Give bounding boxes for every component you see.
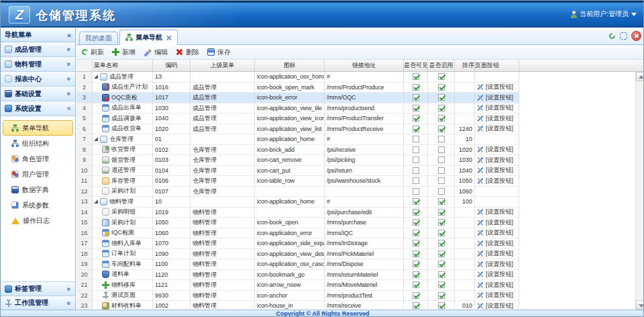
column-header-是否可见[interactable]: 是否可见 [404,60,428,71]
page-button-link[interactable]: [设置按钮] [486,176,513,186]
page-button-link[interactable]: [设置按钮] [486,124,513,134]
column-header-编码[interactable]: 编码 [153,60,191,71]
table-row[interactable]: 7仓库管理01icon-application_home#10 [76,134,519,145]
page-button-link[interactable]: [设置按钮] [486,270,513,280]
enabled-checkbox[interactable] [438,126,445,132]
table-row[interactable]: 13物料管理10icon-application_home#100 [76,197,519,208]
table-row[interactable]: 10退还管理0104仓库管理icon-cart_put/psi/return10… [76,166,519,177]
tree-expand-icon[interactable] [94,199,98,203]
enabled-checkbox[interactable] [438,177,445,184]
sidebar-collapse-icon[interactable]: « [67,31,71,39]
page-button-link[interactable]: [设置按钮] [486,155,513,165]
visible-checkbox[interactable] [413,188,419,195]
table-row[interactable]: 16IQC检测1060物料管理icon-application_error/mm… [76,228,519,239]
visible-checkbox[interactable] [413,230,419,236]
visible-checkbox[interactable] [413,115,419,122]
page-button-link[interactable]: [设置按钮] [486,301,513,310]
enabled-checkbox[interactable] [438,261,445,267]
page-button-link[interactable]: [设置按钮] [486,145,513,155]
page-button-link[interactable]: [设置按钮] [486,83,513,93]
visible-checkbox[interactable] [413,302,419,309]
enabled-checkbox[interactable] [438,136,445,142]
table-row[interactable]: 20退料单1120物料管理icon-bookmark_go/mms/return… [76,270,519,281]
delete-button[interactable]: 删除 [176,48,199,57]
enabled-checkbox[interactable] [438,302,445,309]
tree-expand-icon[interactable] [94,137,98,141]
current-user-menu[interactable]: 当前用户:管理员 [570,9,637,19]
sidebar-item-系统参数[interactable]: 系统参数 [3,197,73,213]
table-row[interactable]: 3OQC质检1017成品管理icon-book_error/mms/OQC[设置… [76,93,519,103]
visible-checkbox[interactable] [413,136,419,142]
visible-checkbox[interactable] [413,146,419,153]
enabled-checkbox[interactable] [438,167,445,174]
visible-checkbox[interactable] [413,105,419,111]
visible-checkbox[interactable] [413,251,419,257]
visible-checkbox[interactable] [413,126,419,132]
table-row[interactable]: 14采购明细1019物料管理/psi/purchase/edit[设置按钮] [76,208,519,218]
sidebar-item-用户管理[interactable]: 用户管理 [3,167,73,182]
visible-checkbox[interactable] [413,219,419,226]
page-button-link[interactable]: [设置按钮] [486,218,513,228]
scroll-down-icon[interactable] [636,300,644,310]
page-button-link[interactable]: [设置按钮] [486,166,513,176]
sidebar-panel-物料管理[interactable]: 物料管理» [1,57,75,72]
panel-close-icon[interactable] [632,32,641,40]
sidebar-item-操作日志[interactable]: 操作日志 [3,213,73,228]
table-row[interactable]: 23材料收料单1002物料管理icon-house_in/mms/receive… [76,301,519,310]
save-button[interactable]: 保存 [207,48,231,57]
visible-checkbox[interactable] [413,271,419,278]
page-button-link[interactable]: [设置按钮] [486,103,513,114]
table-row[interactable]: 19车间配料单1100物料管理icon-application_osx_casc… [76,259,519,270]
enabled-checkbox[interactable] [438,230,445,236]
table-row[interactable]: 21物料移库1121物料管理icon-arrow_nsew/mms/MoveMa… [76,280,519,291]
tab-menu-navigation[interactable]: 菜单导航 [119,30,178,45]
tab-close-icon[interactable] [166,35,172,40]
visible-checkbox[interactable] [413,94,419,101]
page-button-link[interactable]: [设置按钮] [486,238,513,248]
visible-checkbox[interactable] [413,198,419,205]
enabled-checkbox[interactable] [438,188,445,195]
table-row[interactable]: 22测试页面9930物料管理icon-anchor/mms/productTes… [76,291,519,302]
enabled-checkbox[interactable] [438,105,445,111]
page-button-link[interactable]: [设置按钮] [486,93,513,103]
enabled-checkbox[interactable] [438,198,445,205]
visible-checkbox[interactable] [413,177,419,184]
table-row[interactable]: 18订单计划1090物料管理icon-application_view_deta… [76,249,519,260]
page-button-link[interactable]: [设置按钮] [486,259,513,269]
enabled-checkbox[interactable] [438,209,445,216]
enabled-checkbox[interactable] [438,73,445,80]
enabled-checkbox[interactable] [438,292,445,299]
table-row[interactable]: 8收货管理0102仓库管理icon-brick_add/psi/receive1… [76,145,519,156]
vertical-scrollbar[interactable] [635,72,644,310]
page-button-link[interactable]: [设置按钮] [486,208,513,218]
column-header-上级菜单[interactable]: 上级菜单 [191,60,255,71]
enabled-checkbox[interactable] [438,281,445,288]
visible-checkbox[interactable] [413,209,419,216]
enabled-checkbox[interactable] [438,146,445,153]
add-button[interactable]: 新增 [112,48,136,57]
visible-checkbox[interactable] [413,73,419,80]
sidebar-item-数据字典[interactable]: 数据字典 [3,182,73,197]
visible-checkbox[interactable] [413,281,419,288]
sidebar-panel-基础设置[interactable]: 基础设置» [1,87,75,101]
table-row[interactable]: 5成品调拨单1040成品管理icon-application_view_icon… [76,114,519,124]
panel-refresh-icon[interactable] [608,32,616,40]
sidebar-item-组织结构[interactable]: 组织结构 [3,136,73,151]
edit-button[interactable]: 编辑 [144,48,168,57]
visible-checkbox[interactable] [413,156,419,163]
enabled-checkbox[interactable] [438,251,445,257]
table-row[interactable]: 9领货管理0103仓库管理icon-cart_remove/psi/pickin… [76,155,519,166]
page-button-link[interactable]: [设置按钮] [486,280,513,290]
enabled-checkbox[interactable] [438,156,445,163]
sidebar-panel-报表中心[interactable]: 报表中心» [1,72,75,87]
column-header-页面按钮[interactable]: 页面按钮 [475,60,519,71]
table-row[interactable]: 4成品出库单1030成品管理icon-application_view_tile… [76,103,519,114]
column-header-菜单名称[interactable]: 菜单名称 [93,60,153,71]
sidebar-panel-标签管理[interactable]: 标签管理» [1,281,75,296]
visible-checkbox[interactable] [413,167,419,174]
visible-checkbox[interactable] [413,240,419,246]
refresh-button[interactable]: 刷新 [82,48,104,57]
column-header-是否启用[interactable]: 是否启用 [428,60,455,71]
enabled-checkbox[interactable] [438,271,445,278]
page-button-link[interactable]: [设置按钮] [486,228,513,238]
